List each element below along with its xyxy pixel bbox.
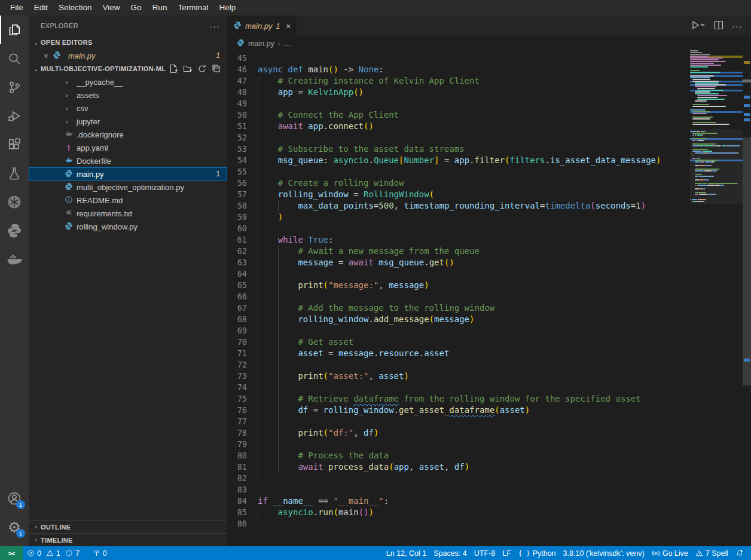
tree-file--dockerignore[interactable]: .dockerignore: [29, 128, 227, 141]
menu-file[interactable]: File: [5, 0, 29, 16]
code-line[interactable]: 60: [227, 223, 690, 234]
tab-main-py[interactable]: main.py 1 ×: [227, 16, 297, 36]
remote-indicator[interactable]: ><: [0, 546, 23, 560]
sidebar-more-actions-icon[interactable]: ···: [209, 21, 220, 31]
settings-gear-icon[interactable]: ⚙1: [0, 513, 29, 541]
code-line[interactable]: 58 max_data_points=500, timestamp_roundi…: [227, 200, 690, 212]
activity-search-icon[interactable]: [0, 44, 29, 73]
code-line[interactable]: 73 print("asset:", asset): [227, 371, 690, 382]
menu-terminal[interactable]: Terminal: [172, 0, 213, 16]
status-spell-checker[interactable]: 7 Spell: [692, 546, 732, 560]
code-line[interactable]: 57 rolling_window = RollingWindow(: [227, 189, 690, 200]
menu-edit[interactable]: Edit: [29, 0, 53, 16]
menu-view[interactable]: View: [97, 0, 126, 16]
timeline-header[interactable]: › TIMELINE: [29, 533, 227, 546]
code-line[interactable]: 84if __name__ == "__main__":: [227, 495, 690, 507]
code-editor[interactable]: 4546async def main() -> None:47 # Creati…: [227, 50, 751, 546]
activity-testing-icon[interactable]: [0, 159, 29, 188]
collapse-all-icon[interactable]: [212, 64, 221, 74]
code-line[interactable]: 55: [227, 166, 690, 178]
code-line[interactable]: 54 msg_queue: asyncio.Queue[Number] = ap…: [227, 155, 690, 166]
status-python-interpreter[interactable]: 3.8.10 ('kelvinsdk': venv): [560, 546, 648, 560]
code-line[interactable]: 51 await app.connect(): [227, 121, 690, 132]
code-line[interactable]: 79: [227, 439, 690, 450]
code-line[interactable]: 64: [227, 268, 690, 280]
tree-folder-assets[interactable]: ›assets: [29, 88, 227, 102]
open-editor-item[interactable]: ×main.py1: [29, 49, 227, 62]
code-line[interactable]: 56 # Create a rolling window: [227, 178, 690, 189]
breadcrumb-file[interactable]: main.py: [248, 39, 274, 48]
split-editor-icon[interactable]: [714, 20, 723, 32]
scrollbar[interactable]: [743, 50, 751, 546]
minimap[interactable]: [690, 50, 743, 546]
code-line[interactable]: 78 print("df:", df): [227, 427, 690, 439]
code-line[interactable]: 63 message = await msg_queue.get(): [227, 257, 690, 268]
code-line[interactable]: 49: [227, 98, 690, 109]
code-line[interactable]: 77: [227, 416, 690, 427]
activity-extensions-icon[interactable]: [0, 130, 29, 159]
code-line[interactable]: 61 while True:: [227, 234, 690, 246]
status-cursor-position[interactable]: Ln 12, Col 1: [383, 546, 430, 560]
code-line[interactable]: 74: [227, 382, 690, 393]
activity-run-debug-icon[interactable]: [0, 102, 29, 130]
code-line[interactable]: 62 # Await a new message from the queue: [227, 246, 690, 257]
code-line[interactable]: 50 # Connect the App Client: [227, 109, 690, 121]
menu-run[interactable]: Run: [147, 0, 173, 16]
activity-source-control-icon[interactable]: [0, 73, 29, 102]
code-line[interactable]: 47 # Creating instance of Kelvin App Cli…: [227, 75, 690, 87]
code-line[interactable]: 71 asset = message.resource.asset: [227, 348, 690, 359]
code-line[interactable]: 46async def main() -> None:: [227, 64, 690, 75]
code-line[interactable]: 69: [227, 325, 690, 336]
code-line[interactable]: 70 # Get asset: [227, 336, 690, 348]
status-go-live[interactable]: Go Live: [648, 546, 692, 560]
ports-status[interactable]: 0: [88, 546, 111, 560]
code-line[interactable]: 66: [227, 291, 690, 302]
code-line[interactable]: 86: [227, 518, 690, 530]
activity-kubernetes-icon[interactable]: [0, 188, 29, 216]
run-python-file-button[interactable]: [691, 20, 706, 32]
activity-docker-icon[interactable]: [0, 245, 29, 274]
status-encoding[interactable]: UTF-8: [471, 546, 499, 560]
tree-file-app-yaml[interactable]: !app.yaml: [29, 141, 227, 154]
code-line[interactable]: 81 await process_data(app, asset, df): [227, 461, 690, 473]
outline-header[interactable]: › OUTLINE: [29, 520, 227, 533]
accounts-icon[interactable]: 1: [0, 484, 29, 513]
new-folder-icon[interactable]: [183, 64, 193, 74]
menu-help[interactable]: Help: [213, 0, 241, 16]
code-line[interactable]: 85 asyncio.run(main()): [227, 507, 690, 518]
menu-go[interactable]: Go: [126, 0, 147, 16]
open-editors-header[interactable]: ⌄ OPEN EDITORS: [29, 36, 227, 49]
code-line[interactable]: 82: [227, 473, 690, 484]
status-language-mode[interactable]: { }Python: [515, 546, 560, 560]
problems-status[interactable]: 017: [23, 546, 84, 560]
code-line[interactable]: 65 print("message:", message): [227, 280, 690, 291]
editor-more-actions-icon[interactable]: ···: [732, 21, 743, 31]
refresh-icon[interactable]: [197, 64, 207, 74]
code-line[interactable]: 45: [227, 53, 690, 64]
code-line[interactable]: 80 # Process the data: [227, 450, 690, 461]
workspace-folder-header[interactable]: ⌄ MULTI-OBJECTIVE-OPTIMIZATION-ML: [29, 62, 227, 75]
code-line[interactable]: 48 app = KelvinApp(): [227, 87, 690, 98]
code-line[interactable]: 76 df = rolling_window.get_asset_datafra…: [227, 405, 690, 416]
code-line[interactable]: 67 # Add the message to the rolling wind…: [227, 302, 690, 314]
code-line[interactable]: 83: [227, 484, 690, 495]
tree-file-dockerfile[interactable]: Dockerfile: [29, 154, 227, 167]
status-notifications-bell[interactable]: [732, 546, 747, 560]
menu-selection[interactable]: Selection: [53, 0, 97, 16]
code-line[interactable]: 59 ): [227, 212, 690, 223]
status-eol[interactable]: LF: [499, 546, 515, 560]
activity-explorer-icon[interactable]: [0, 16, 29, 44]
activity-python-icon[interactable]: [0, 216, 29, 245]
tab-close-icon[interactable]: ×: [286, 22, 291, 31]
code-line[interactable]: 72: [227, 359, 690, 371]
status-indentation[interactable]: Spaces: 4: [430, 546, 471, 560]
close-editor-icon[interactable]: ×: [39, 51, 53, 60]
tree-folder-csv[interactable]: ›csv: [29, 102, 227, 115]
code-line[interactable]: 53 # Subscribe to the asset data streams: [227, 143, 690, 155]
tree-folder--pycache-[interactable]: ›__pycache__: [29, 75, 227, 88]
tree-file-multi-objective-optimization-py[interactable]: multi_objective_optimization.py: [29, 180, 227, 194]
code-line[interactable]: 68 rolling_window.add_message(message): [227, 314, 690, 325]
breadcrumb-symbol[interactable]: …: [283, 39, 291, 48]
scrollbar-slider[interactable]: [743, 137, 751, 385]
tree-folder-jupyter[interactable]: ›jupyter: [29, 115, 227, 128]
